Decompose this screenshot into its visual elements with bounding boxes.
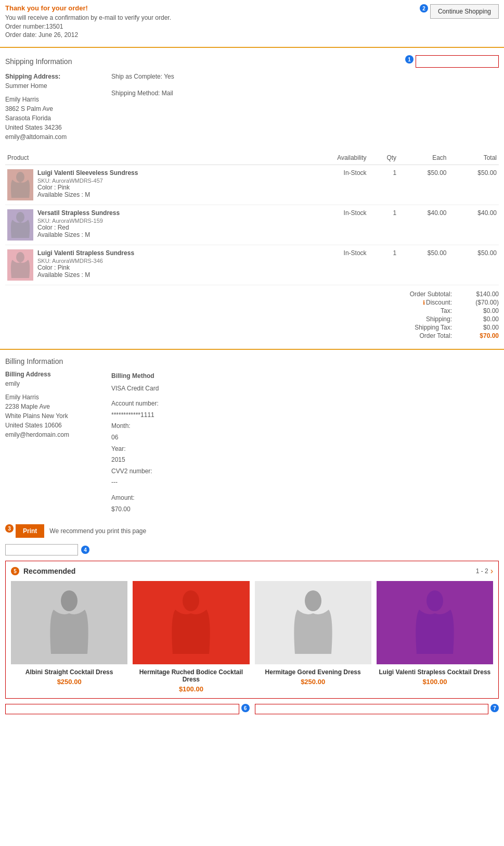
next-page-chevron[interactable]: › xyxy=(490,566,493,576)
billing-method-label: Billing Method xyxy=(111,371,499,382)
month-value: 06 xyxy=(111,432,499,444)
shipping-title: Shipping Information xyxy=(5,57,72,66)
discount-label: ℹDiscount: xyxy=(353,299,452,306)
recommended-product-card[interactable]: Hermitage Gored Evening Dress $250.00 xyxy=(255,581,371,693)
recommended-product-card[interactable]: Luigi Valenti Strapless Cocktail Dress $… xyxy=(377,581,493,693)
qty-cell-1: 1 xyxy=(369,205,399,245)
recommended-section: 5 Recommended 1 - 2 › Albini Straight Co… xyxy=(5,561,499,699)
shipping-tax-value: $0.00 xyxy=(462,324,499,331)
total-cell-2: $50.00 xyxy=(449,245,499,285)
billing-title: Billing Information xyxy=(5,357,63,365)
amount-value: $70.00 xyxy=(111,504,499,515)
print-button[interactable]: Print xyxy=(16,524,44,538)
shipping-label: Shipping: xyxy=(353,315,452,323)
badge-4: 4 xyxy=(81,546,89,554)
svg-point-4 xyxy=(183,590,199,611)
ship-complete: Ship as Complete: Yes xyxy=(111,73,499,80)
subtotal-value: $140.00 xyxy=(462,291,499,298)
amount-label: Amount: xyxy=(111,493,499,504)
cvv2-label: CVV2 number: xyxy=(111,466,499,477)
badge-1: 1 xyxy=(405,55,413,64)
product-img-0 xyxy=(7,169,33,200)
shipping-tax-label: Shipping Tax: xyxy=(353,324,452,331)
subtotal-label: Order Subtotal: xyxy=(353,291,452,298)
search-bar-input[interactable] xyxy=(5,544,78,555)
svg-point-2 xyxy=(16,252,24,262)
shipping-email: emily@altdomain.com xyxy=(5,132,109,142)
shipping-search-input[interactable] xyxy=(416,55,499,68)
table-row: Luigi Valenti Sleeveless Sundress SKU: A… xyxy=(5,165,499,205)
badge-7: 7 xyxy=(490,704,499,712)
total-cell-1: $40.00 xyxy=(449,205,499,245)
billing-method-value: VISA Credit Card xyxy=(111,383,499,395)
product-img-1 xyxy=(7,209,33,241)
product-card-img-2 xyxy=(255,581,371,664)
shipping-method: Shipping Method: Mail xyxy=(111,90,499,97)
bottom-bar-right xyxy=(255,704,489,714)
print-section: 3 Print We recommend you print this page xyxy=(0,520,504,542)
shipping-address-label: Shipping Address: xyxy=(5,73,109,80)
continue-shopping-button[interactable]: Continue Shopping xyxy=(430,4,499,19)
year-value: 2015 xyxy=(111,454,499,466)
product-card-img-1 xyxy=(133,581,249,664)
billing-address-name: emily xyxy=(5,379,109,388)
rec-pagination: 1 - 2 › xyxy=(476,566,493,576)
recommended-products-grid: Albini Straight Cocktail Dress $250.00 H… xyxy=(11,581,493,693)
print-recommend-text: We recommend you print this page xyxy=(49,527,146,535)
availability-cell-2: In-Stock xyxy=(296,245,369,285)
each-cell-2: $50.00 xyxy=(398,245,448,285)
tax-label: Tax: xyxy=(353,307,452,314)
shipping-row: Shipping: $0.00 xyxy=(353,315,499,323)
continue-btn-area: 2 Continue Shopping xyxy=(420,4,499,19)
svg-point-0 xyxy=(16,172,24,182)
pagination-text: 1 - 2 xyxy=(476,567,488,575)
billing-method-block: Billing Method VISA Credit Card Account … xyxy=(111,371,499,515)
badge-3: 3 xyxy=(5,524,14,533)
product-cell-1: Versatil Strapless Sundress SKU: AuroraW… xyxy=(5,205,296,245)
recommended-product-card[interactable]: Albini Straight Cocktail Dress $250.00 xyxy=(11,581,127,693)
order-total-value: $70.00 xyxy=(462,332,499,339)
recommended-title: Recommended xyxy=(23,567,75,575)
account-number-label: Account number: xyxy=(111,398,499,410)
totals-section: Order Subtotal: $140.00 ℹDiscount: ($70.… xyxy=(0,285,504,346)
year-label: Year: xyxy=(111,444,499,455)
billing-grid: Billing Address emily Emily Harris 2238 … xyxy=(5,371,499,515)
col-availability: Availability xyxy=(296,151,369,165)
billing-person-name: Emily Harris xyxy=(5,393,109,402)
shipping-value: $0.00 xyxy=(462,315,499,323)
billing-section-header: Billing Information xyxy=(0,353,504,368)
total-cell-0: $50.00 xyxy=(449,165,499,205)
qty-cell-0: 1 xyxy=(369,165,399,205)
col-qty: Qty xyxy=(369,151,399,165)
tax-row: Tax: $0.00 xyxy=(353,307,499,314)
order-number: Order number:13501 xyxy=(5,23,420,30)
shipping-person-name: Emily Harris xyxy=(5,95,109,104)
thank-you-text: Thank you for your order! xyxy=(5,4,420,12)
month-label: Month: xyxy=(111,421,499,432)
qty-cell-2: 1 xyxy=(369,245,399,285)
shipping-grid: Shipping Address: Summer Home Emily Harr… xyxy=(5,73,499,142)
col-total: Total xyxy=(449,151,499,165)
each-cell-0: $50.00 xyxy=(398,165,448,205)
shipping-tax-row: Shipping Tax: $0.00 xyxy=(353,324,499,331)
recommended-product-card[interactable]: Hermitage Ruched Bodice Cocktail Dress $… xyxy=(133,581,249,693)
order-confirmation-section: Thank you for your order! You will recei… xyxy=(5,4,420,40)
discount-value: ($70.00) xyxy=(462,299,499,306)
svg-point-1 xyxy=(16,212,24,222)
products-table: Product Availability Qty Each Total Luig… xyxy=(5,151,499,285)
shipping-street: 3862 S Palm Ave xyxy=(5,104,109,113)
recommended-header: 5 Recommended 1 - 2 › xyxy=(11,566,493,576)
billing-email: emily@herdomain.com xyxy=(5,430,109,439)
account-number-value: ************1111 xyxy=(111,410,499,421)
product-card-img-0 xyxy=(11,581,127,664)
shipping-info: Shipping Address: Summer Home Emily Harr… xyxy=(0,70,504,151)
badge-6: 6 xyxy=(241,704,250,712)
top-bar: Thank you for your order! You will recei… xyxy=(0,0,504,44)
section-divider-2 xyxy=(0,349,504,350)
product-card-img-3 xyxy=(377,581,493,664)
order-total-row: Order Total: $70.00 xyxy=(353,332,499,339)
table-row: Versatil Strapless Sundress SKU: AuroraW… xyxy=(5,205,499,245)
subtotal-row: Order Subtotal: $140.00 xyxy=(353,291,499,298)
svg-point-6 xyxy=(427,590,443,611)
cvv2-value: --- xyxy=(111,477,499,488)
